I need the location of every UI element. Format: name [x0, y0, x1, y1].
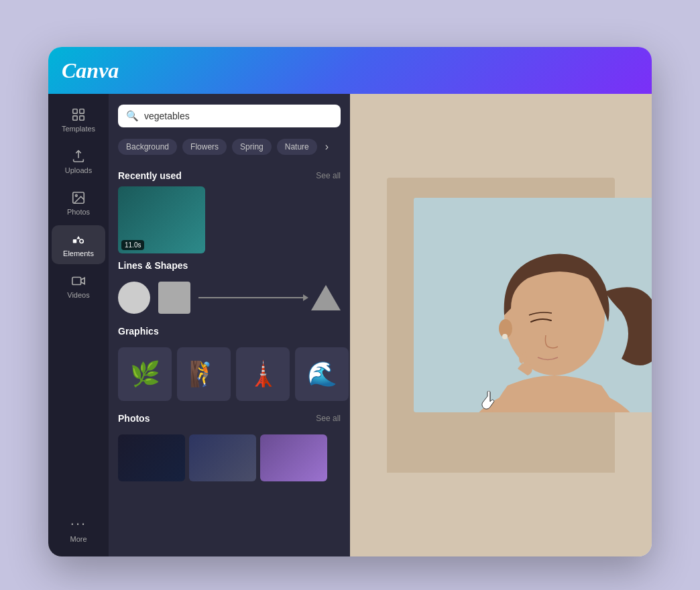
photos-title: Photos	[118, 413, 150, 424]
shape-circle[interactable]	[118, 282, 150, 314]
filter-chips: Background Flowers Spring Nature ›	[109, 134, 350, 164]
sidebar: Templates Uploads	[48, 94, 109, 556]
portrait-overlay	[414, 198, 652, 412]
app-header: Canva	[48, 47, 652, 94]
device-frame: Canva Templates	[48, 47, 652, 556]
canva-logo: Canva	[62, 58, 119, 83]
shape-line[interactable]	[198, 297, 306, 298]
search-input[interactable]	[144, 111, 333, 121]
sidebar-item-more[interactable]: ··· More	[52, 508, 105, 550]
recently-used-item[interactable]: 11.0s	[118, 186, 205, 253]
search-icon: 🔍	[126, 110, 139, 122]
shapes-more	[198, 285, 341, 310]
sidebar-item-elements[interactable]: Elements	[52, 225, 105, 264]
recently-used-title: Recently used	[118, 170, 182, 181]
graphics-header: Graphics	[109, 319, 350, 342]
canvas-area[interactable]: LO VE	[350, 94, 652, 556]
shapes-row	[109, 276, 350, 319]
dots-icon: ···	[70, 515, 86, 532]
video-icon	[71, 274, 86, 288]
svg-rect-7	[73, 239, 77, 243]
chip-flowers[interactable]: Flowers	[182, 139, 227, 155]
svg-point-5	[75, 194, 77, 196]
device-wrapper: Canva Templates	[48, 47, 652, 556]
lines-shapes-title: Lines & Shapes	[118, 260, 188, 271]
sidebar-item-label: Templates	[62, 125, 95, 133]
graphic-item-3[interactable]: 🌊	[295, 347, 349, 401]
recently-used-see-all[interactable]: See all	[316, 171, 341, 180]
upload-icon	[71, 149, 86, 164]
app-body: Templates Uploads	[48, 94, 652, 556]
sidebar-item-uploads[interactable]: Uploads	[52, 142, 105, 181]
shape-square[interactable]	[158, 282, 190, 314]
sidebar-item-label: Photos	[67, 208, 90, 216]
elements-icon	[71, 232, 86, 247]
search-container: 🔍	[109, 94, 350, 134]
sidebar-item-videos[interactable]: Videos	[52, 267, 105, 306]
sidebar-item-label: Elements	[63, 249, 94, 257]
graphic-item-1[interactable]: 🧗	[177, 347, 231, 401]
photos-see-all[interactable]: See all	[316, 414, 341, 423]
svg-rect-3	[80, 116, 84, 120]
photo-thumb-1[interactable]	[189, 434, 256, 481]
sidebar-item-photos[interactable]: Photos	[52, 184, 105, 223]
elements-panel: 🔍 Background Flowers Spring Nature › Rec…	[109, 94, 350, 556]
photos-section-header: Photos See all	[109, 406, 350, 429]
recently-used-header: Recently used See all	[109, 164, 350, 186]
chip-background[interactable]: Background	[118, 139, 177, 155]
svg-rect-1	[80, 109, 84, 113]
design-card: LO VE	[387, 178, 615, 473]
grid-icon	[71, 107, 86, 122]
arrow-head	[303, 294, 308, 301]
svg-rect-0	[73, 109, 77, 113]
recently-used-grid: 11.0s	[109, 186, 350, 253]
svg-point-13	[502, 334, 508, 339]
chip-nature[interactable]: Nature	[277, 139, 317, 155]
graphic-item-0[interactable]: 🌿	[118, 347, 172, 401]
graphics-title: Graphics	[118, 326, 159, 337]
sidebar-item-templates[interactable]: Templates	[52, 101, 105, 139]
chips-more-icon[interactable]: ›	[323, 138, 331, 156]
photo-thumb-0[interactable]	[118, 434, 185, 481]
graphic-item-2[interactable]: 🗼	[236, 347, 290, 401]
lines-shapes-header: Lines & Shapes	[109, 253, 350, 276]
graphics-grid: 🌿 🧗 🗼 🌊 ›	[109, 342, 350, 406]
portrait-svg	[414, 198, 652, 412]
shape-triangle[interactable]	[311, 285, 341, 310]
chip-spring[interactable]: Spring	[232, 139, 272, 155]
video-duration: 11.0s	[121, 240, 144, 250]
search-box[interactable]: 🔍	[118, 105, 341, 127]
svg-rect-2	[73, 116, 77, 120]
sidebar-item-label: Videos	[67, 291, 89, 299]
svg-point-6	[80, 239, 84, 243]
photo-thumb-2[interactable]	[260, 434, 327, 481]
sidebar-item-label: More	[70, 535, 86, 543]
image-icon	[71, 190, 86, 205]
photos-grid	[109, 429, 350, 487]
sidebar-item-label: Uploads	[65, 166, 92, 174]
svg-rect-8	[72, 278, 81, 285]
